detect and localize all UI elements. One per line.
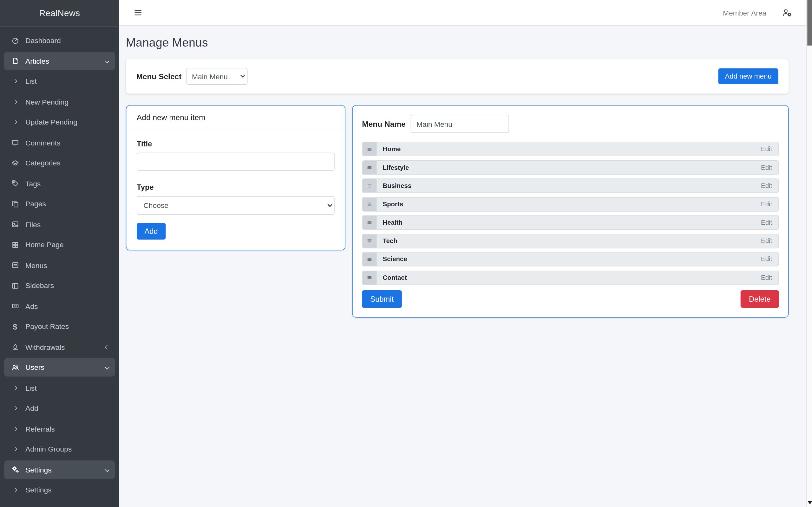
cards-row: Add new menu item Title Type Choose Add [126, 105, 789, 317]
scrollbar-down-arrow-icon[interactable] [808, 501, 812, 504]
sidebar-item-home-page[interactable]: Home Page [4, 235, 115, 254]
sidebar-item-new-pending[interactable]: New Pending [4, 92, 115, 111]
menu-name-input[interactable] [411, 115, 509, 133]
sidebar-item-settings[interactable]: Settings [4, 460, 115, 479]
sidebar-item-label: Pages [26, 200, 110, 208]
menu-box-icon [9, 261, 20, 269]
edit-link[interactable]: Edit [761, 182, 772, 189]
menu-name-row: Menu Name [362, 115, 779, 133]
sidebar-item-categories[interactable]: Categories [4, 154, 115, 172]
hamburger-menu-icon[interactable] [134, 8, 142, 17]
sidebar: RealNews Dashboard Articles List New Pen… [0, 0, 119, 507]
edit-link[interactable]: Edit [761, 146, 772, 153]
sidebar-item-update-pending[interactable]: Update Pending [4, 113, 115, 131]
edit-link[interactable]: Edit [761, 219, 772, 226]
menu-select-dropdown[interactable]: Main Menu [186, 68, 247, 85]
sidebar-item-admin-groups[interactable]: Admin Groups [4, 440, 115, 458]
sidebar-item-label: Sidebars [26, 281, 110, 290]
edit-link[interactable]: Edit [761, 274, 772, 281]
chevron-right-icon [9, 79, 20, 83]
sidebar-item-menus[interactable]: Menus [4, 256, 115, 274]
sidebar-item-files[interactable]: Files [4, 215, 115, 233]
page-scrollbar[interactable] [806, 0, 812, 507]
sidebar-item-withdrawals[interactable]: Withdrawals [4, 337, 115, 356]
menu-item-row-tech: Tech Edit [362, 233, 779, 248]
sidebar-item-label: Withdrawals [26, 343, 106, 351]
menu-select-panel: Menu Select Main Menu Add new menu [126, 59, 789, 94]
chevron-right-icon [9, 120, 20, 124]
type-label: Type [137, 183, 335, 191]
menu-item-name: Tech [383, 237, 761, 245]
type-select[interactable]: Choose [137, 196, 335, 215]
sidebar-item-users[interactable]: Users [4, 358, 115, 377]
sidebar-item-label: Menus [26, 261, 110, 269]
submit-button[interactable]: Submit [362, 290, 402, 308]
sidebar-item-label: Files [26, 220, 110, 228]
sidebar-item-label: List [26, 384, 110, 392]
menu-item-name: Contact [383, 274, 761, 281]
sidebar-item-label: Add [26, 404, 110, 412]
edit-link[interactable]: Edit [761, 237, 772, 245]
drag-handle-icon[interactable] [362, 271, 376, 284]
drag-handle-icon[interactable] [362, 234, 376, 247]
sidebar-item-comments[interactable]: Comments [4, 133, 115, 152]
sidebar-item-pages[interactable]: Pages [4, 194, 115, 213]
sidebar-item-label: Settings [26, 465, 106, 474]
sidebar-nav: Dashboard Articles List New Pending Upda… [0, 27, 119, 505]
sidebar-item-sidebars[interactable]: Sidebars [4, 276, 115, 295]
title-input[interactable] [137, 153, 335, 171]
sidebar-item-referrals[interactable]: Referrals [4, 419, 115, 438]
sidebar-item-dashboard[interactable]: Dashboard [4, 31, 115, 50]
drag-handle-icon[interactable] [362, 216, 376, 229]
page-title: Manage Menus [126, 36, 789, 50]
drag-handle-icon[interactable] [362, 252, 376, 266]
drag-handle-icon[interactable] [362, 142, 376, 156]
sidebar-item-label: Dashboard [26, 36, 110, 44]
sidebar-item-label: Update Pending [26, 118, 110, 126]
sidebar-item-articles-list[interactable]: List [4, 72, 115, 91]
sidebar-item-label: Categories [26, 159, 110, 167]
card-actions: Submit Delete [362, 290, 779, 308]
menu-item-name: Health [383, 219, 761, 226]
sidebar-item-users-list[interactable]: List [4, 378, 115, 397]
chevron-right-icon [9, 100, 20, 103]
chevron-right-icon [9, 406, 20, 410]
chevron-right-icon [9, 447, 20, 451]
content: Manage Menus Menu Select Main Menu Add n… [119, 26, 807, 318]
menu-item-row-home: Home Edit [362, 142, 779, 156]
chevron-down-icon [106, 468, 110, 471]
drag-handle-icon[interactable] [362, 198, 376, 211]
scrollbar-thumb[interactable] [807, 0, 812, 46]
sidebar-item-ads[interactable]: Ad Ads [4, 297, 115, 315]
edit-link[interactable]: Edit [761, 256, 772, 263]
grid-icon [9, 241, 20, 248]
edit-link[interactable]: Edit [761, 201, 772, 208]
sidebar-item-users-add[interactable]: Add [4, 399, 115, 418]
app-window: RealNews Dashboard Articles List New Pen… [0, 0, 812, 507]
sidebar-item-payout-rates[interactable]: $ Payout Rates [4, 317, 115, 336]
chevron-right-icon [9, 386, 20, 389]
image-icon [9, 221, 20, 228]
chevron-left-icon [106, 345, 110, 349]
drag-handle-icon[interactable] [362, 161, 376, 174]
sidebar-item-label: Settings [26, 486, 110, 494]
add-new-menu-button[interactable]: Add new menu [718, 68, 778, 84]
sidebar-item-articles[interactable]: Articles [4, 51, 115, 70]
menu-item-name: Science [383, 256, 761, 263]
member-area-link[interactable]: Member Area [723, 9, 766, 17]
copy-icon [9, 200, 20, 208]
topbar-right: Member Area [723, 8, 792, 17]
sidebar-item-label: New Pending [26, 98, 110, 106]
edit-link[interactable]: Edit [761, 164, 772, 171]
sidebar-item-label: Referrals [26, 425, 110, 433]
user-gear-icon[interactable] [782, 8, 792, 17]
sidebar-item-settings-sub[interactable]: Settings [4, 481, 115, 499]
delete-button[interactable]: Delete [741, 290, 779, 308]
drag-handle-icon[interactable] [362, 179, 376, 192]
menu-item-name: Home [383, 146, 761, 153]
sidebar-item-label: List [26, 77, 110, 85]
sidebar-item-tags[interactable]: Tags [4, 174, 115, 193]
menu-item-row-health: Health Edit [362, 215, 779, 230]
brand-logo[interactable]: RealNews [0, 0, 119, 27]
add-button[interactable]: Add [137, 223, 165, 239]
